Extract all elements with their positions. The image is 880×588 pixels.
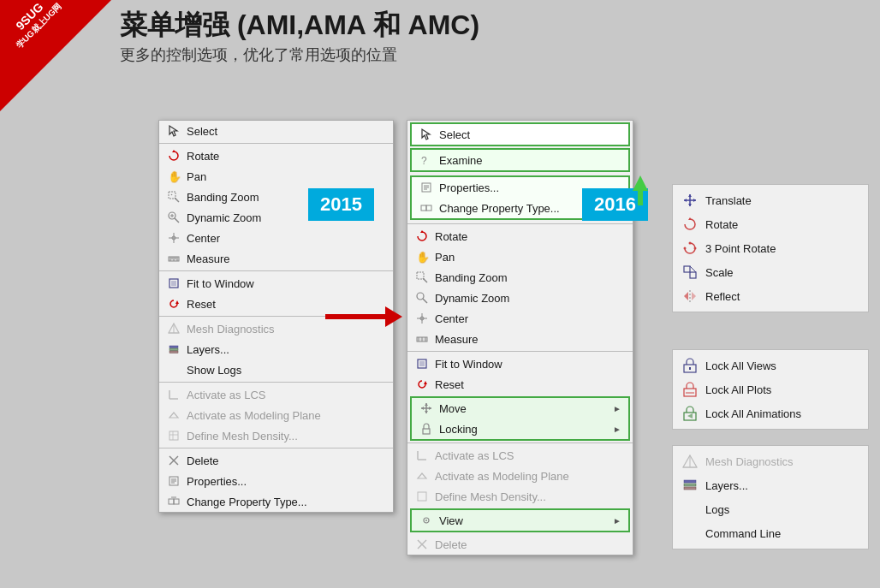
menu-item-pan-2015[interactable]: ✋ Pan <box>159 166 393 187</box>
fit-icon <box>166 276 181 291</box>
dynamic-zoom-icon <box>166 210 181 225</box>
menu-item-select-2016[interactable]: Select <box>412 124 628 145</box>
menu-item-measure-2015[interactable]: Measure <box>159 248 393 269</box>
menu-item-center-2016[interactable]: Center <box>407 308 633 329</box>
svg-rect-50 <box>426 205 431 211</box>
banding-zoom-icon-2016 <box>414 270 430 285</box>
layers-panel-icon <box>681 477 699 494</box>
panel-item-layers[interactable]: Layers... <box>673 473 868 497</box>
pan-icon-2016: ✋ <box>414 249 430 264</box>
lock-views-icon <box>681 357 699 374</box>
menu-item-lcs-2016[interactable]: Activate as LCS <box>407 445 633 466</box>
delete-icon <box>166 453 181 468</box>
menu-item-center-2015[interactable]: Center <box>159 228 393 248</box>
panel-item-cmdline[interactable]: Command Line <box>673 521 868 545</box>
red-arrow-container <box>325 300 402 337</box>
menu-item-showlogs-2015[interactable]: Show Logs <box>159 359 393 380</box>
menu-item-pan-2016[interactable]: ✋ Pan <box>407 246 633 267</box>
panel-item-reflect[interactable]: Reflect <box>673 284 868 308</box>
panel-item-mesh-diag[interactable]: Mesh Diagnostics <box>673 449 868 473</box>
panel-item-rotate[interactable]: Rotate <box>673 212 868 236</box>
svg-rect-97 <box>690 272 696 278</box>
reset-icon <box>166 296 181 312</box>
menu-item-delete-2015[interactable]: Delete <box>159 450 393 471</box>
scale-icon <box>681 264 699 281</box>
menu-item-dynamiczoom-2016[interactable]: Dynamic Zoom <box>407 288 633 308</box>
svg-rect-75 <box>423 429 430 434</box>
svg-marker-90 <box>684 199 687 202</box>
density-icon <box>166 428 181 443</box>
menu-item-bandingzoom-2016[interactable]: Banding Zoom <box>407 267 633 288</box>
menu-item-density-2015[interactable]: Define Mesh Density... <box>159 425 393 446</box>
layers-icon <box>166 342 181 357</box>
density-icon-2016 <box>414 489 430 504</box>
menu-item-move-2016[interactable]: Move ► <box>412 398 628 419</box>
panel-item-3pt-rotate[interactable]: 3 Point Rotate <box>673 236 868 260</box>
svg-marker-72 <box>425 411 428 413</box>
panel-item-lock-plots[interactable]: Lock All Plots <box>673 377 868 401</box>
svg-marker-100 <box>684 292 688 300</box>
svg-line-98 <box>690 266 696 272</box>
menu-item-layers-2015[interactable]: Layers... <box>159 339 393 359</box>
svg-marker-74 <box>429 407 431 410</box>
menu-item-rotate-2015[interactable]: Rotate <box>159 146 393 166</box>
menu-item-measure-2016[interactable]: Measure <box>407 329 633 349</box>
menu-item-fit-2016[interactable]: Fit to Window <box>407 353 633 374</box>
panel-item-lock-views[interactable]: Lock All Views <box>673 353 868 377</box>
menu-item-rotate-2016[interactable]: Rotate <box>407 226 633 246</box>
menu-item-plane-2016[interactable]: Activate as Modeling Plane <box>407 466 633 486</box>
svg-point-5 <box>171 194 173 196</box>
measure-icon <box>166 251 181 266</box>
year-badge-2015: 2015 <box>308 188 374 221</box>
rotate-panel-icon <box>681 216 699 233</box>
panel-item-scale[interactable]: Scale <box>673 260 868 284</box>
menu-item-select-2015[interactable]: Select <box>159 121 393 141</box>
panel-item-logs[interactable]: Logs <box>673 497 868 521</box>
panel-item-translate[interactable]: Translate <box>673 188 868 212</box>
reflect-icon <box>681 288 699 305</box>
svg-text:?: ? <box>421 155 427 167</box>
pan-icon: ✋ <box>166 169 181 184</box>
delete-icon-2016 <box>414 537 430 552</box>
banding-zoom-icon <box>166 189 181 205</box>
examine-icon: ? <box>419 152 434 168</box>
svg-text:✋: ✋ <box>168 169 182 184</box>
menu-item-locking-2016[interactable]: Locking ► <box>412 419 628 439</box>
svg-rect-41 <box>174 499 179 504</box>
svg-marker-91 <box>693 199 696 202</box>
svg-rect-112 <box>684 484 696 486</box>
svg-rect-111 <box>684 480 696 483</box>
menu-item-chprop-2015[interactable]: Change Property Type... <box>159 491 393 512</box>
svg-marker-78 <box>418 473 426 478</box>
lcs-icon-2016 <box>414 448 430 463</box>
menu-item-examine-2016[interactable]: ? Examine <box>412 150 628 170</box>
view-submenu-arrow: ► <box>613 516 621 526</box>
menu-item-view-2016[interactable]: View ► <box>412 510 628 531</box>
red-arrow <box>325 300 402 334</box>
svg-marker-85 <box>385 306 402 327</box>
menu-item-lcs-2015[interactable]: Activate as LCS <box>159 384 393 405</box>
svg-line-7 <box>175 218 179 223</box>
svg-line-4 <box>175 198 179 202</box>
plane-icon-2016 <box>414 468 430 484</box>
svg-marker-43 <box>422 129 430 140</box>
menu-item-reset-2016[interactable]: Reset <box>407 374 633 395</box>
svg-rect-79 <box>418 492 426 501</box>
svg-line-56 <box>423 278 427 282</box>
menu-item-props-2015[interactable]: Properties... <box>159 471 393 491</box>
separator <box>407 223 633 224</box>
svg-marker-73 <box>421 407 424 410</box>
menu-item-plane-2015[interactable]: Activate as Modeling Plane <box>159 405 393 425</box>
svg-marker-88 <box>688 194 692 197</box>
separator <box>159 143 393 144</box>
view-icon <box>419 513 434 528</box>
panel-item-lock-anim[interactable]: Lock All Animations <box>673 401 868 425</box>
menu-item-density-2016[interactable]: Define Mesh Density... <box>407 486 633 507</box>
green-up-arrow <box>633 175 648 205</box>
menu-item-fit-2015[interactable]: Fit to Window <box>159 273 393 294</box>
svg-rect-55 <box>417 272 424 279</box>
menu-item-delete-2016[interactable]: Delete <box>407 534 633 555</box>
props-icon <box>166 473 181 489</box>
svg-rect-67 <box>419 361 425 366</box>
svg-marker-0 <box>169 126 177 136</box>
